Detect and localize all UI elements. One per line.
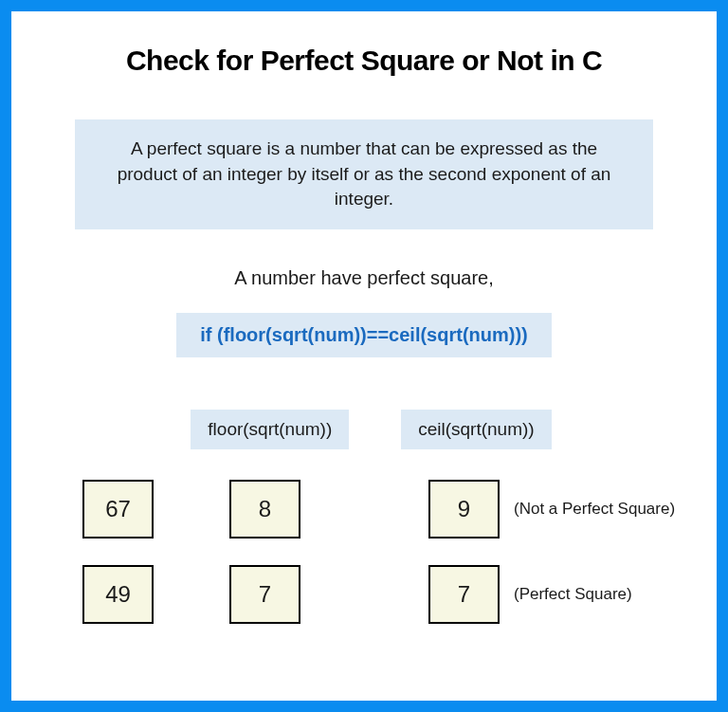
input-number-box: 49 (82, 565, 154, 624)
column-headers-row: floor(sqrt(num)) ceil(sqrt(num)) (64, 410, 679, 449)
result-label: (Perfect Square) (514, 585, 632, 604)
ceil-value-box: 7 (428, 565, 500, 624)
floor-header: floor(sqrt(num)) (191, 410, 349, 449)
example-row: 49 7 7 (Perfect Square) (49, 565, 679, 624)
floor-value-box: 7 (229, 565, 300, 624)
ceil-value-box: 9 (428, 480, 500, 539)
example-row: 67 8 9 (Not a Perfect Square) (49, 480, 679, 539)
condition-code-box: if (floor(sqrt(num))==ceil(sqrt(num))) (176, 313, 552, 357)
result-label: (Not a Perfect Square) (514, 500, 675, 519)
input-number-box: 67 (82, 480, 154, 539)
page-title: Check for Perfect Square or Not in C (49, 45, 679, 77)
floor-value-box: 8 (229, 480, 300, 539)
ceil-header: ceil(sqrt(num)) (401, 410, 551, 449)
definition-box: A perfect square is a number that can be… (75, 119, 654, 229)
diagram-frame: Check for Perfect Square or Not in C A p… (0, 0, 728, 712)
subtitle-text: A number have perfect square, (49, 267, 679, 289)
